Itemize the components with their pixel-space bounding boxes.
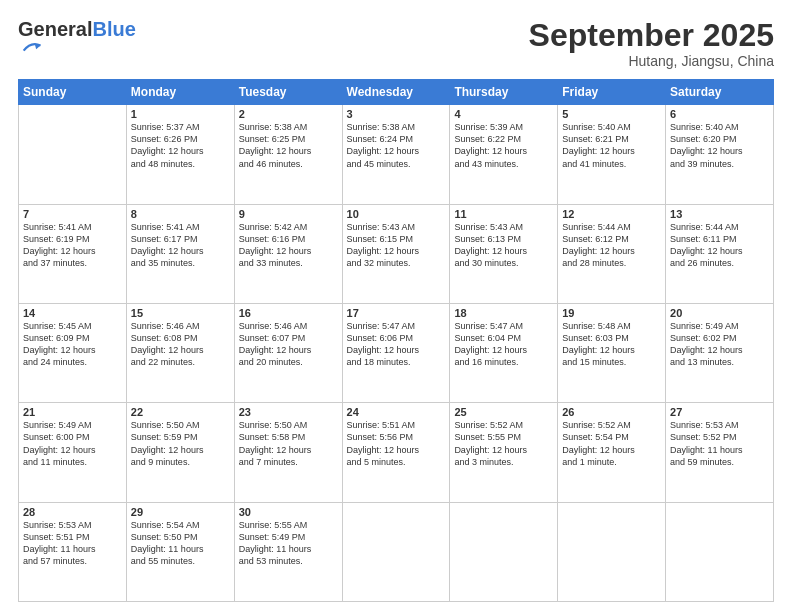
table-row: 6Sunrise: 5:40 AMSunset: 6:20 PMDaylight… — [666, 105, 774, 204]
table-row — [19, 105, 127, 204]
day-info: Sunrise: 5:44 AMSunset: 6:11 PMDaylight:… — [670, 221, 769, 270]
day-number: 23 — [239, 406, 338, 418]
day-number: 5 — [562, 108, 661, 120]
header-sunday: Sunday — [19, 80, 127, 105]
table-row — [450, 502, 558, 601]
location: Hutang, Jiangsu, China — [529, 53, 774, 69]
day-number: 20 — [670, 307, 769, 319]
day-number: 22 — [131, 406, 230, 418]
table-row: 9Sunrise: 5:42 AMSunset: 6:16 PMDaylight… — [234, 204, 342, 303]
title-block: September 2025 Hutang, Jiangsu, China — [529, 18, 774, 69]
day-info: Sunrise: 5:40 AMSunset: 6:20 PMDaylight:… — [670, 121, 769, 170]
day-number: 18 — [454, 307, 553, 319]
day-info: Sunrise: 5:39 AMSunset: 6:22 PMDaylight:… — [454, 121, 553, 170]
table-row: 30Sunrise: 5:55 AMSunset: 5:49 PMDayligh… — [234, 502, 342, 601]
day-info: Sunrise: 5:44 AMSunset: 6:12 PMDaylight:… — [562, 221, 661, 270]
day-info: Sunrise: 5:50 AMSunset: 5:59 PMDaylight:… — [131, 419, 230, 468]
day-info: Sunrise: 5:38 AMSunset: 6:24 PMDaylight:… — [347, 121, 446, 170]
header-tuesday: Tuesday — [234, 80, 342, 105]
logo-blue: Blue — [92, 18, 135, 40]
header-friday: Friday — [558, 80, 666, 105]
day-number: 24 — [347, 406, 446, 418]
day-info: Sunrise: 5:50 AMSunset: 5:58 PMDaylight:… — [239, 419, 338, 468]
day-info: Sunrise: 5:53 AMSunset: 5:51 PMDaylight:… — [23, 519, 122, 568]
calendar-week-row: 7Sunrise: 5:41 AMSunset: 6:19 PMDaylight… — [19, 204, 774, 303]
table-row: 29Sunrise: 5:54 AMSunset: 5:50 PMDayligh… — [126, 502, 234, 601]
table-row: 3Sunrise: 5:38 AMSunset: 6:24 PMDaylight… — [342, 105, 450, 204]
table-row — [666, 502, 774, 601]
day-info: Sunrise: 5:40 AMSunset: 6:21 PMDaylight:… — [562, 121, 661, 170]
month-title: September 2025 — [529, 18, 774, 53]
calendar-week-row: 21Sunrise: 5:49 AMSunset: 6:00 PMDayligh… — [19, 403, 774, 502]
weekday-header-row: Sunday Monday Tuesday Wednesday Thursday… — [19, 80, 774, 105]
day-number: 19 — [562, 307, 661, 319]
day-info: Sunrise: 5:54 AMSunset: 5:50 PMDaylight:… — [131, 519, 230, 568]
day-number: 15 — [131, 307, 230, 319]
day-number: 2 — [239, 108, 338, 120]
day-number: 14 — [23, 307, 122, 319]
calendar-page: GeneralBlue September 2025 Hutang, Jiang… — [0, 0, 792, 612]
day-number: 6 — [670, 108, 769, 120]
day-info: Sunrise: 5:49 AMSunset: 6:00 PMDaylight:… — [23, 419, 122, 468]
day-info: Sunrise: 5:46 AMSunset: 6:07 PMDaylight:… — [239, 320, 338, 369]
day-number: 7 — [23, 208, 122, 220]
table-row: 28Sunrise: 5:53 AMSunset: 5:51 PMDayligh… — [19, 502, 127, 601]
table-row — [558, 502, 666, 601]
day-number: 1 — [131, 108, 230, 120]
table-row: 7Sunrise: 5:41 AMSunset: 6:19 PMDaylight… — [19, 204, 127, 303]
table-row: 17Sunrise: 5:47 AMSunset: 6:06 PMDayligh… — [342, 303, 450, 402]
table-row: 1Sunrise: 5:37 AMSunset: 6:26 PMDaylight… — [126, 105, 234, 204]
calendar-week-row: 14Sunrise: 5:45 AMSunset: 6:09 PMDayligh… — [19, 303, 774, 402]
day-info: Sunrise: 5:46 AMSunset: 6:08 PMDaylight:… — [131, 320, 230, 369]
table-row: 22Sunrise: 5:50 AMSunset: 5:59 PMDayligh… — [126, 403, 234, 502]
table-row: 4Sunrise: 5:39 AMSunset: 6:22 PMDaylight… — [450, 105, 558, 204]
table-row: 13Sunrise: 5:44 AMSunset: 6:11 PMDayligh… — [666, 204, 774, 303]
day-number: 10 — [347, 208, 446, 220]
day-info: Sunrise: 5:43 AMSunset: 6:15 PMDaylight:… — [347, 221, 446, 270]
day-info: Sunrise: 5:52 AMSunset: 5:55 PMDaylight:… — [454, 419, 553, 468]
table-row: 27Sunrise: 5:53 AMSunset: 5:52 PMDayligh… — [666, 403, 774, 502]
day-number: 27 — [670, 406, 769, 418]
logo: GeneralBlue — [18, 18, 136, 62]
table-row: 14Sunrise: 5:45 AMSunset: 6:09 PMDayligh… — [19, 303, 127, 402]
table-row: 25Sunrise: 5:52 AMSunset: 5:55 PMDayligh… — [450, 403, 558, 502]
day-number: 30 — [239, 506, 338, 518]
header-saturday: Saturday — [666, 80, 774, 105]
day-number: 9 — [239, 208, 338, 220]
table-row: 5Sunrise: 5:40 AMSunset: 6:21 PMDaylight… — [558, 105, 666, 204]
calendar-week-row: 28Sunrise: 5:53 AMSunset: 5:51 PMDayligh… — [19, 502, 774, 601]
day-number: 21 — [23, 406, 122, 418]
day-number: 16 — [239, 307, 338, 319]
day-number: 8 — [131, 208, 230, 220]
day-info: Sunrise: 5:47 AMSunset: 6:06 PMDaylight:… — [347, 320, 446, 369]
day-number: 28 — [23, 506, 122, 518]
calendar-week-row: 1Sunrise: 5:37 AMSunset: 6:26 PMDaylight… — [19, 105, 774, 204]
header-wednesday: Wednesday — [342, 80, 450, 105]
day-info: Sunrise: 5:37 AMSunset: 6:26 PMDaylight:… — [131, 121, 230, 170]
day-number: 13 — [670, 208, 769, 220]
day-number: 17 — [347, 307, 446, 319]
day-number: 29 — [131, 506, 230, 518]
table-row: 2Sunrise: 5:38 AMSunset: 6:25 PMDaylight… — [234, 105, 342, 204]
day-info: Sunrise: 5:41 AMSunset: 6:17 PMDaylight:… — [131, 221, 230, 270]
day-info: Sunrise: 5:45 AMSunset: 6:09 PMDaylight:… — [23, 320, 122, 369]
table-row: 11Sunrise: 5:43 AMSunset: 6:13 PMDayligh… — [450, 204, 558, 303]
day-number: 4 — [454, 108, 553, 120]
logo-icon — [20, 36, 42, 58]
day-number: 12 — [562, 208, 661, 220]
table-row: 19Sunrise: 5:48 AMSunset: 6:03 PMDayligh… — [558, 303, 666, 402]
day-number: 25 — [454, 406, 553, 418]
header-monday: Monday — [126, 80, 234, 105]
day-info: Sunrise: 5:48 AMSunset: 6:03 PMDaylight:… — [562, 320, 661, 369]
day-info: Sunrise: 5:53 AMSunset: 5:52 PMDaylight:… — [670, 419, 769, 468]
day-info: Sunrise: 5:38 AMSunset: 6:25 PMDaylight:… — [239, 121, 338, 170]
day-info: Sunrise: 5:42 AMSunset: 6:16 PMDaylight:… — [239, 221, 338, 270]
table-row: 20Sunrise: 5:49 AMSunset: 6:02 PMDayligh… — [666, 303, 774, 402]
day-number: 3 — [347, 108, 446, 120]
table-row: 21Sunrise: 5:49 AMSunset: 6:00 PMDayligh… — [19, 403, 127, 502]
day-info: Sunrise: 5:51 AMSunset: 5:56 PMDaylight:… — [347, 419, 446, 468]
table-row — [342, 502, 450, 601]
table-row: 24Sunrise: 5:51 AMSunset: 5:56 PMDayligh… — [342, 403, 450, 502]
table-row: 23Sunrise: 5:50 AMSunset: 5:58 PMDayligh… — [234, 403, 342, 502]
day-number: 26 — [562, 406, 661, 418]
